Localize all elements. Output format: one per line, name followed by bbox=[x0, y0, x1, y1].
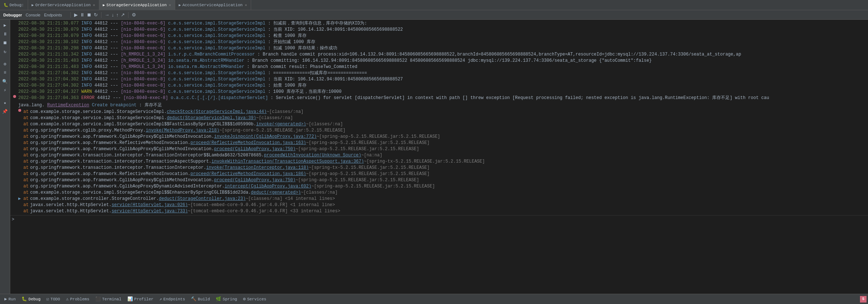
debug-status-icon: 🐛 bbox=[22, 296, 27, 302]
exception-type-link[interactable]: RuntimeException bbox=[47, 103, 89, 108]
stack-method-link-1[interactable]: checkStock(StorageServiceImpl.java:44) bbox=[167, 109, 267, 115]
log-content-7: 2022-08-30 21:21:31.483 INFO 44812 --- [… bbox=[18, 58, 867, 64]
stack-line-7: at org.springframework.aop.framework.Cgl… bbox=[10, 146, 868, 152]
stack-line-14: at com.example.storage.service.impl.Stor… bbox=[10, 190, 868, 196]
sidebar-pause-btn[interactable]: ⏸ bbox=[1, 30, 9, 38]
gutter-13 bbox=[12, 95, 18, 98]
stack-method-link-7[interactable]: proceed(CglibAopProxy.java:750) bbox=[214, 146, 296, 152]
close-tab-order[interactable]: ✕ bbox=[93, 3, 95, 7]
sidebar-resume-btn[interactable]: ▶ bbox=[1, 21, 9, 29]
todo-status-btn[interactable]: ☑ TODO bbox=[43, 294, 63, 304]
step-out-btn[interactable]: ↑ bbox=[115, 11, 120, 18]
restart-btn[interactable]: ↻ bbox=[93, 11, 99, 18]
stack-method-link-14[interactable]: deduct(<generated>) bbox=[251, 190, 301, 196]
build-status-icon: 🔨 bbox=[191, 296, 196, 302]
stack-method-link-17[interactable]: service(HttpServlet.java:733) bbox=[112, 208, 188, 214]
stack-method-link-5[interactable]: invokeJoinpoint(CglibAopProxy.java:772) bbox=[214, 134, 317, 140]
stack-method-link-13[interactable]: intercept(CglibAopProxy.java:692) bbox=[224, 183, 311, 190]
terminal-status-icon: ⬛ bbox=[95, 296, 101, 302]
stack-line-13: at org.springframework.aop.framework.Cgl… bbox=[10, 183, 868, 190]
settings-btn[interactable]: ⚙ bbox=[131, 11, 137, 18]
debug-controls: ▶ ⏸ ⏹ ↻ → ↓ ↑ ↗ ⚙ bbox=[73, 11, 137, 18]
stack-method-link-3[interactable]: invoke(<generated>) bbox=[256, 121, 306, 128]
endpoints-status-btn[interactable]: ↗ Endpoints bbox=[156, 294, 188, 304]
build-status-btn[interactable]: 🔨 Build bbox=[188, 294, 213, 304]
endpoints-status-icon: ↗ bbox=[159, 296, 162, 302]
step-into-btn[interactable]: ↓ bbox=[111, 11, 115, 18]
stack-method-link-8[interactable]: proceedWithInvocation(Unknown Source) bbox=[264, 152, 361, 159]
stack-method-link-4[interactable]: invoke(MethodProxy.java:218) bbox=[146, 128, 219, 134]
step-over-btn[interactable]: → bbox=[104, 11, 111, 18]
log-line-1: 2022-08-30 21:21:30.077 INFO 44812 --- [… bbox=[10, 20, 868, 27]
stack-line-15: ▶ at com.example.storage.controller.Stor… bbox=[10, 196, 868, 202]
services-status-btn[interactable]: ⚙ Services bbox=[240, 294, 269, 304]
sidebar-settings-btn[interactable]: ⚙ bbox=[1, 60, 9, 68]
log-line-5: 2022-08-30 21:21:30.298 INFO 44812 --- [… bbox=[10, 45, 868, 52]
sidebar-stop-btn[interactable]: ⏹ bbox=[1, 39, 9, 47]
stack-dot-1 bbox=[18, 109, 21, 112]
spring-status-btn[interactable]: 🌿 Spring bbox=[213, 294, 240, 304]
stack-line-2: at com.example.storage.service.impl.Stor… bbox=[10, 115, 868, 121]
spring-status-icon: 🌿 bbox=[216, 296, 221, 302]
problems-status-btn[interactable]: ⚠ Problems bbox=[63, 294, 92, 304]
log-line-10: 2022-08-30 21:27:04.302 INFO 44812 --- [… bbox=[10, 76, 868, 83]
terminal-status-btn[interactable]: ⬛ Terminal bbox=[92, 294, 124, 304]
log-content-3: 2022-08-30 21:21:30.079 INFO 44812 --- [… bbox=[18, 33, 867, 39]
stack-method-link-16[interactable]: service(HttpServlet.java:026) bbox=[112, 202, 188, 208]
log-line-12: 2022-08-30 21:27:04.327 WARN 44812 --- [… bbox=[10, 89, 868, 95]
stack-method-link-12[interactable]: proceed(CglibAopProxy.java:750) bbox=[214, 177, 296, 183]
resume-btn[interactable]: ▶ bbox=[73, 11, 79, 18]
log-line-3: 2022-08-30 21:21:30.079 INFO 44812 --- [… bbox=[10, 33, 868, 39]
stack-trace-header: java.lang. RuntimeException Create break… bbox=[10, 102, 868, 109]
tab-storage[interactable]: ▶ StorageServiceApplication ✕ bbox=[99, 0, 175, 10]
endpoints-toolbar-btn[interactable]: Endpoints bbox=[42, 12, 64, 18]
stack-method-link-11[interactable]: proceed(ReflectiveMethodInvocation.java:… bbox=[191, 171, 306, 177]
console-area[interactable]: 2022-08-30 21:21:30.077 INFO 44812 --- [… bbox=[10, 20, 868, 294]
profiler-status-btn[interactable]: 📊 Profiler bbox=[124, 294, 157, 304]
sidebar-star-btn[interactable]: ★ bbox=[1, 99, 9, 107]
sidebar-flash-btn[interactable]: ⚡ bbox=[1, 86, 9, 94]
stack-line-1: at com.example.storage.service.impl.Stor… bbox=[10, 109, 868, 115]
stack-method-link-9[interactable]: invokeWithinTransaction(TransactionAspec… bbox=[211, 159, 364, 165]
stop-btn[interactable]: ⏹ bbox=[86, 11, 93, 18]
run-to-cursor-btn[interactable]: ↗ bbox=[120, 11, 126, 18]
stack-method-link-10[interactable]: invoke(TransactionInterceptor.java:118) bbox=[206, 165, 309, 171]
stack-line-6: at org.springframework.aop.framework.Ref… bbox=[10, 140, 868, 146]
log-content-11: 2022-08-30 21:27:04.302 INFO 44812 --- [… bbox=[18, 83, 867, 89]
log-content-10: 2022-08-30 21:27:04.302 INFO 44812 --- [… bbox=[18, 76, 867, 83]
stack-line-3: at com.example.storage.service.impl.Stor… bbox=[10, 121, 868, 128]
console-input[interactable]: > bbox=[10, 215, 868, 223]
stack-trace: java.lang. RuntimeException Create break… bbox=[10, 101, 868, 215]
close-tab-storage[interactable]: ✕ bbox=[169, 3, 171, 7]
log-content-9: 2022-08-30 21:27:04.302 INFO 44812 --- [… bbox=[18, 70, 867, 76]
stack-line-16: at javax.servlet.http.HttpServlet. servi… bbox=[10, 202, 868, 208]
sidebar-pin-btn[interactable]: 📌 bbox=[1, 107, 9, 115]
tab-debug[interactable]: 🐛 Debug: bbox=[0, 0, 28, 10]
error-indicator[interactable]: S bbox=[860, 296, 867, 303]
sidebar-search-btn[interactable]: 🔍 bbox=[1, 77, 9, 86]
stack-method-link-15[interactable]: deduct(StorageController.java:23) bbox=[159, 196, 246, 202]
pause-btn[interactable]: ⏸ bbox=[79, 11, 86, 18]
run-icon-account: ▶ bbox=[179, 3, 181, 7]
stack-line-12: at org.springframework.aop.framework.Cgl… bbox=[10, 177, 868, 183]
create-breakpoint-link[interactable]: Create breakpoint bbox=[92, 103, 137, 108]
log-line-6: 2022-08-30 21:21:31.342 INFO 44812 --- [… bbox=[10, 52, 868, 58]
stack-line-11: at org.springframework.aop.framework.Ref… bbox=[10, 171, 868, 177]
sidebar-restart-btn[interactable]: ↻ bbox=[1, 48, 9, 56]
debug-status-btn[interactable]: 🐛 Debug bbox=[19, 294, 43, 304]
stack-method-link-6[interactable]: proceed(ReflectiveMethodInvocation.java:… bbox=[191, 140, 306, 146]
toolbar-separator-2 bbox=[101, 12, 101, 18]
stack-line-17: at javax.servlet.http.HttpServlet. servi… bbox=[10, 208, 868, 214]
sidebar-menu-btn[interactable]: ≡ bbox=[1, 69, 9, 77]
stack-method-link-2[interactable]: deduct(StorageServiceImpl.java:39) bbox=[167, 115, 256, 121]
stack-line-10: at org.springframework.transaction.inter… bbox=[10, 165, 868, 171]
run-status-btn[interactable]: ▶ Run bbox=[1, 294, 19, 304]
tab-order[interactable]: ▶ OrderServiceApplication ✕ bbox=[28, 0, 99, 10]
tab-account[interactable]: ▶ AccountServiceApplication ✕ bbox=[175, 0, 251, 10]
console-btn[interactable]: Console bbox=[24, 12, 42, 18]
close-tab-account[interactable]: ✕ bbox=[245, 3, 247, 7]
problems-status-icon: ⚠ bbox=[66, 296, 69, 302]
debugger-btn[interactable]: Debugger bbox=[1, 12, 24, 18]
status-right: S bbox=[859, 296, 867, 303]
debug-section-labels: Debugger Console Endpoints bbox=[1, 12, 64, 18]
